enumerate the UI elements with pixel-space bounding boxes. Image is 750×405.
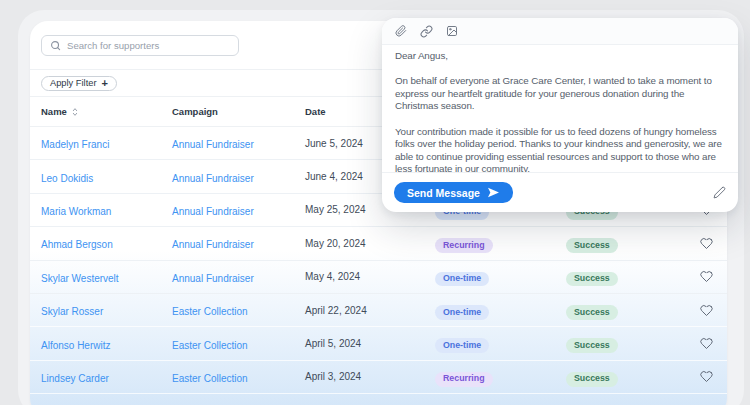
search-placeholder: Search for supporters [67,40,159,51]
supporter-name-link[interactable]: Skylar Westervelt [41,273,119,284]
plus-icon: + [102,78,108,89]
heart-icon [700,304,713,317]
heart-icon [700,337,713,350]
favorite-button[interactable] [700,337,713,350]
search-icon [50,40,61,51]
campaign-link[interactable]: Annual Fundraiser [172,139,254,150]
heart-icon [700,237,713,250]
donation-date: April 5, 2024 [305,338,435,349]
send-message-button[interactable]: Send Message [394,182,513,203]
favorite-button[interactable] [700,304,713,317]
column-header-campaign[interactable]: Campaign [172,106,305,117]
favorite-button[interactable] [700,270,713,283]
donation-date: May 4, 2024 [305,271,435,282]
image-icon [446,25,458,37]
table-row: Alfonso Herwitz Easter Collection April … [30,327,727,360]
sort-icon [71,107,79,117]
donation-date: May 20, 2024 [305,238,435,249]
type-badge: One-time [435,272,489,287]
supporter-name-link[interactable]: Lindsey Carder [41,373,109,384]
send-icon [487,187,500,198]
donation-date: April 22, 2024 [305,305,435,316]
apply-filter-label: Apply Filter [50,78,97,88]
compose-footer: Send Message [382,172,738,212]
type-badge: One-time [435,305,489,320]
column-header-name[interactable]: Name [41,106,172,117]
supporter-name-link[interactable]: Leo Dokidis [41,173,93,184]
supporter-name-link[interactable]: Alfonso Herwitz [41,340,110,351]
table-row: Ahmad Bergson Annual Fundraiser May 20, … [30,227,727,260]
campaign-link[interactable]: Annual Fundraiser [172,273,254,284]
link-icon [420,25,433,38]
favorite-button[interactable] [700,370,713,383]
type-badge: Recurring [435,372,493,387]
insert-link-button[interactable] [420,25,433,38]
table-row [30,394,727,405]
supporter-name-link[interactable]: Madelyn Franci [41,139,109,150]
donation-date: April 3, 2024 [305,371,435,382]
heart-icon [700,270,713,283]
status-badge: Success [566,338,618,353]
supporter-name-link[interactable]: Maria Workman [41,206,111,217]
table-row: Skylar Rosser Easter Collection April 22… [30,294,727,327]
campaign-link[interactable]: Annual Fundraiser [172,239,254,250]
campaign-link[interactable]: Annual Fundraiser [172,173,254,184]
status-badge: Success [566,238,618,253]
compose-card: Dear Angus, On behalf of everyone at Gra… [382,18,738,212]
message-body[interactable]: Dear Angus, On behalf of everyone at Gra… [382,45,738,172]
favorite-button[interactable] [700,237,713,250]
apply-filter-button[interactable]: Apply Filter + [41,76,117,91]
campaign-link[interactable]: Annual Fundraiser [172,206,254,217]
supporter-name-link[interactable]: Ahmad Bergson [41,239,113,250]
campaign-link[interactable]: Easter Collection [172,373,248,384]
attachment-button[interactable] [395,25,407,37]
status-badge: Success [566,372,618,387]
edit-message-button[interactable] [713,186,726,199]
table-row: Lindsey Carder Easter Collection April 3… [30,361,727,394]
attachment-icon [395,25,407,37]
supporter-name-link[interactable]: Skylar Rosser [41,306,103,317]
campaign-link[interactable]: Easter Collection [172,340,248,351]
send-message-label: Send Message [407,187,480,199]
type-badge: One-time [435,338,489,353]
campaign-link[interactable]: Easter Collection [172,306,248,317]
compose-toolbar [382,18,738,45]
insert-image-button[interactable] [446,25,458,37]
status-badge: Success [566,305,618,320]
search-input[interactable]: Search for supporters [41,35,239,56]
heart-icon [700,370,713,383]
type-badge: Recurring [435,238,493,253]
screen: { "search": { "placeholder": "Search for… [0,0,750,405]
pencil-icon [713,186,726,199]
status-badge: Success [566,272,618,287]
table-row: Skylar Westervelt Annual Fundraiser May … [30,261,727,294]
